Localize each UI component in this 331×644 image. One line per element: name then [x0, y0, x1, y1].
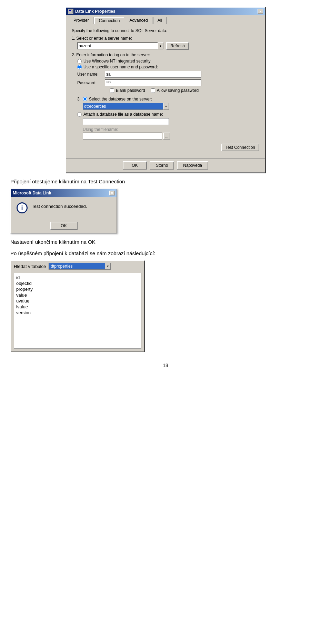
attach-db-label: Attach a database file as a database nam… [83, 112, 163, 117]
step2-label: 2. Enter information to log on to the se… [72, 52, 259, 57]
tab-all[interactable]: All [153, 17, 167, 24]
step3-row: 3. Select the database on the server: [77, 97, 259, 102]
server-input[interactable] [77, 42, 163, 49]
db-select[interactable]: dtproperties [83, 103, 169, 110]
sql-auth-label: Use a specific user name and password: [83, 65, 158, 69]
username-row: User name: [77, 71, 259, 78]
select-db-label: Select the database on the server: [89, 97, 152, 102]
mdl-close-button[interactable]: × [109, 191, 115, 195]
test-connection-row: Test Connection [72, 144, 259, 151]
filename-row: ... [83, 133, 259, 140]
list-item: objectid [16, 280, 140, 286]
close-button[interactable]: × [258, 9, 263, 14]
server-select-wrapper: ▼ [77, 42, 163, 49]
sql-auth-row: Use a specific user name and password: [77, 65, 259, 69]
mdl-title: Microsoft Data Link [13, 191, 51, 195]
description2: Nastavení ukončíme kliknutím na OK [10, 239, 321, 245]
cancel-button[interactable]: Storno [150, 161, 174, 170]
mdl-ok-button[interactable]: OK [50, 222, 78, 230]
table-browser-header: Hledat v tabulce dtproperties ▼ [11, 261, 144, 271]
table-browser: Hledat v tabulce dtproperties ▼ id objec… [10, 260, 145, 352]
tab-bar: Provider Connection Advanced All [66, 15, 265, 24]
mdl-body: i Test connection succeeded. [11, 197, 117, 219]
sql-auth-radio[interactable] [77, 65, 82, 69]
description1: Připojení otestujeme kliknutím na Test C… [10, 179, 321, 184]
allow-saving-row: Allow saving password [151, 88, 199, 93]
list-item: id [16, 275, 140, 280]
dialog-footer: OK Storno Nápověda [66, 158, 265, 172]
password-row: Password: [77, 79, 259, 86]
attach-row: Attach a database file as a database nam… [77, 112, 259, 117]
title-bar: Data Link Properties × [66, 8, 265, 15]
login-options: Use Windows NT Integrated security Use a… [77, 59, 259, 69]
db-select-wrapper: dtproperties ▼ [83, 103, 259, 110]
mdl-dialog: Microsoft Data Link × i Test connection … [10, 189, 117, 233]
list-item: property [16, 286, 140, 292]
list-item: lvalue [16, 304, 140, 310]
mdl-title-bar: Microsoft Data Link × [11, 189, 117, 197]
help-button[interactable]: Nápověda [177, 161, 208, 170]
dialog-body: Specify the following to connect to SQL … [66, 24, 265, 158]
windows-auth-radio[interactable] [77, 59, 82, 64]
username-label: User name: [77, 72, 105, 77]
select-db-radio[interactable] [83, 97, 87, 101]
ok-button[interactable]: OK [123, 161, 147, 170]
page-number: 18 [10, 363, 321, 368]
password-input[interactable] [105, 79, 201, 86]
tab-connection[interactable]: Connection [94, 17, 124, 24]
blank-password-label: Blank password [116, 88, 145, 93]
blank-password-row: Blank password [110, 88, 145, 93]
password-options: Blank password Allow saving password [110, 88, 259, 94]
data-link-dialog: Data Link Properties × Provider Connecti… [66, 7, 265, 173]
windows-auth-row: Use Windows NT Integrated security [77, 59, 259, 64]
list-item: version [16, 310, 140, 316]
instruction-text: Specify the following to connect to SQL … [72, 28, 259, 33]
server-row: ▼ Refresh [77, 42, 259, 50]
table-list: id objectid property value uvalue lvalue… [14, 273, 141, 349]
password-label: Password: [77, 80, 105, 85]
dialog-icon [68, 9, 73, 14]
allow-saving-label: Allow saving password [157, 88, 199, 93]
description3: Po úspěšném připojení k databázi se nám … [10, 250, 321, 256]
table-select[interactable]: dtproperties [49, 263, 111, 270]
allow-saving-checkbox[interactable] [151, 88, 155, 93]
mdl-footer: OK [11, 219, 117, 233]
filename-section: Using the filename: ... [83, 127, 259, 140]
step3-number: 3. [77, 97, 81, 102]
filename-input[interactable] [83, 133, 162, 140]
list-item: uvalue [16, 298, 140, 304]
table-browser-label: Hledat v tabulce [14, 264, 46, 269]
refresh-button[interactable]: Refresh [166, 42, 189, 50]
step1-label: 1. Select or enter a server name: [72, 36, 259, 41]
list-item: value [16, 292, 140, 298]
tab-advanced[interactable]: Advanced [125, 17, 152, 24]
browse-button[interactable]: ... [163, 133, 170, 140]
mdl-message: Test connection succeeded. [32, 204, 87, 209]
dialog-title: Data Link Properties [75, 9, 116, 14]
info-icon: i [17, 202, 28, 213]
attach-input-wrapper [83, 118, 259, 125]
attach-db-radio[interactable] [77, 112, 82, 117]
windows-auth-label: Use Windows NT Integrated security [83, 59, 151, 64]
svg-rect-1 [69, 10, 71, 11]
tab-provider[interactable]: Provider [69, 17, 93, 24]
blank-password-checkbox[interactable] [110, 88, 114, 93]
filename-label: Using the filename: [83, 127, 259, 132]
username-input[interactable] [105, 71, 201, 78]
attach-input[interactable] [83, 118, 169, 125]
test-connection-button[interactable]: Test Connection [221, 144, 259, 151]
